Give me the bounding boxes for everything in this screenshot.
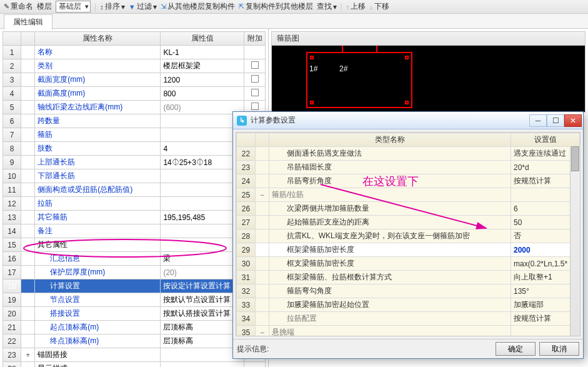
table-row[interactable]: 14备注 bbox=[3, 224, 266, 238]
param-value[interactable]: 2000 bbox=[511, 243, 580, 257]
table-row[interactable]: 21起点顶标高(m)层顶标高 bbox=[3, 321, 266, 334]
param-value[interactable]: 向上取整+1 bbox=[511, 271, 580, 284]
prop-value[interactable] bbox=[161, 224, 244, 238]
attach-checkbox[interactable] bbox=[244, 73, 266, 87]
prop-value[interactable]: (600) bbox=[161, 101, 244, 114]
table-row[interactable]: 32箍筋弯勾角度135° bbox=[237, 284, 580, 298]
attach-checkbox[interactable] bbox=[244, 59, 266, 73]
table-row[interactable]: 31框架梁箍筋、拉筋根数计算方式向上取整+1 bbox=[237, 271, 580, 284]
param-value[interactable]: 遇支座连续通过 bbox=[511, 147, 580, 161]
attach-checkbox[interactable] bbox=[244, 362, 266, 368]
table-row[interactable]: 2类别楼层框架梁 bbox=[3, 59, 266, 73]
param-value[interactable]: 20*d bbox=[511, 161, 580, 174]
floor-selector[interactable]: 基础层▾ bbox=[56, 1, 91, 13]
param-value[interactable] bbox=[511, 326, 580, 337]
prop-value[interactable]: 195,195,485 bbox=[161, 211, 244, 224]
prop-value[interactable]: 14⏀25+3⏀18 bbox=[161, 156, 244, 169]
table-row[interactable]: 18计算设置按设定计算设置计算 bbox=[3, 279, 266, 293]
table-row[interactable]: 30框支梁箍筋加密长度max(0.2*Ln,1.5* bbox=[237, 257, 580, 271]
prop-value[interactable] bbox=[161, 362, 244, 368]
ok-button[interactable]: 确定 bbox=[496, 342, 536, 356]
attach-checkbox[interactable] bbox=[244, 46, 266, 59]
prop-value[interactable]: 按默认搭接设置计算 bbox=[161, 307, 244, 321]
sort-button[interactable]: ↕排序 ▾ bbox=[100, 1, 125, 12]
table-row[interactable]: 19节点设置按默认节点设置计算 bbox=[3, 293, 266, 307]
tab-property-edit[interactable]: 属性编辑 bbox=[4, 14, 52, 30]
minimize-button[interactable]: ─ bbox=[529, 114, 547, 127]
table-row[interactable]: 17保护层厚度(mm)(20) bbox=[3, 266, 266, 279]
attach-checkbox[interactable] bbox=[244, 87, 266, 101]
prop-value[interactable] bbox=[161, 169, 244, 183]
prop-value[interactable]: 层顶标高 bbox=[161, 334, 244, 348]
prop-value[interactable] bbox=[161, 128, 244, 142]
table-row[interactable]: 29框架梁箍筋加密长度2000 bbox=[237, 243, 580, 257]
table-row[interactable]: 16汇总信息梁 bbox=[3, 252, 266, 266]
prop-value[interactable]: 梁 bbox=[161, 252, 244, 266]
table-row[interactable]: 38+显示样式 bbox=[3, 362, 266, 368]
maximize-button[interactable]: ☐ bbox=[547, 114, 564, 127]
prop-value[interactable] bbox=[161, 183, 244, 197]
table-row[interactable]: 35−悬挑端 bbox=[237, 326, 580, 337]
param-value[interactable]: 135° bbox=[511, 284, 580, 298]
table-row[interactable]: 13其它箍筋195,195,485 bbox=[3, 211, 266, 224]
copy-from-button[interactable]: ⇲从其他楼层复制构件 bbox=[161, 1, 235, 12]
table-row[interactable]: 22侧面通长筋遇支座做法遇支座连续通过 bbox=[237, 147, 580, 161]
table-row[interactable]: 7箍筋 bbox=[3, 128, 266, 142]
param-value[interactable]: 按规范计算 bbox=[511, 174, 580, 188]
table-row[interactable]: 23+锚固搭接 bbox=[3, 348, 266, 362]
table-row[interactable]: 11侧面构造或受扭筋(总配筋值) bbox=[3, 183, 266, 197]
vertical-scrollbar[interactable] bbox=[570, 146, 580, 336]
prop-value[interactable]: 层顶标高 bbox=[161, 321, 244, 334]
table-row[interactable]: 23吊筋锚固长度20*d bbox=[237, 161, 580, 174]
table-row[interactable]: 28抗震KL、WKL端支座为梁时，则在该支座一侧箍筋加密否 bbox=[237, 229, 580, 243]
table-row[interactable]: 24吊筋弯折角度按规范计算 bbox=[237, 174, 580, 188]
close-button[interactable]: ✕ bbox=[564, 114, 582, 127]
table-row[interactable]: 22终点顶标高(m)层顶标高 bbox=[3, 334, 266, 348]
prop-value[interactable] bbox=[161, 197, 244, 211]
table-row[interactable]: 6跨数量 bbox=[3, 114, 266, 128]
table-row[interactable]: 1名称KL-1 bbox=[3, 46, 266, 59]
table-row[interactable]: 10下部通长筋 bbox=[3, 169, 266, 183]
table-row[interactable]: 34拉筋配置按规范计算 bbox=[237, 312, 580, 326]
tree-toggle[interactable]: − bbox=[256, 326, 269, 337]
table-row[interactable]: 3截面宽度(mm)1200 bbox=[3, 73, 266, 87]
prop-value[interactable] bbox=[161, 348, 244, 362]
table-row[interactable]: 15−其它属性 bbox=[3, 238, 266, 252]
table-row[interactable]: 5轴线距梁左边线距离(mm)(600) bbox=[3, 101, 266, 114]
property-grid[interactable]: 属性名称 属性值 附加 1名称KL-12类别楼层框架梁3截面宽度(mm)1200… bbox=[2, 31, 266, 367]
tree-toggle[interactable]: − bbox=[256, 188, 269, 202]
cancel-button[interactable]: 取消 bbox=[539, 342, 579, 356]
table-row[interactable]: 4截面高度(mm)800 bbox=[3, 87, 266, 101]
tree-toggle[interactable]: + bbox=[21, 362, 35, 368]
param-value[interactable]: 50 bbox=[511, 216, 580, 229]
table-row[interactable]: 9上部通长筋14⏀25+3⏀18 bbox=[3, 156, 266, 169]
prop-value[interactable]: 800 bbox=[161, 87, 244, 101]
prop-value[interactable]: 按设定计算设置计算 bbox=[161, 279, 244, 293]
params-grid[interactable]: 类型名称 设置值 22侧面通长筋遇支座做法遇支座连续通过23吊筋锚固长度20*d… bbox=[236, 133, 580, 336]
param-value[interactable] bbox=[511, 188, 580, 202]
prop-value[interactable]: 楼层框架梁 bbox=[161, 59, 244, 73]
tree-toggle[interactable]: + bbox=[21, 348, 35, 362]
table-row[interactable]: 8肢数4 bbox=[3, 142, 266, 156]
copy-to-button[interactable]: ⇱复制构件到其他楼层 bbox=[239, 1, 313, 12]
prop-value[interactable]: 按默认节点设置计算 bbox=[161, 293, 244, 307]
dialog-titlebar[interactable]: ↳ 计算参数设置 ─ ☐ ✕ bbox=[233, 112, 583, 129]
table-row[interactable]: 12拉筋 bbox=[3, 197, 266, 211]
param-value[interactable]: 加腋端部 bbox=[511, 298, 580, 312]
table-row[interactable]: 25−箍筋/拉筋 bbox=[237, 188, 580, 202]
table-row[interactable]: 26次梁两侧共增加箍筋数量6 bbox=[237, 202, 580, 216]
tree-toggle[interactable]: − bbox=[21, 238, 35, 252]
prop-value[interactable] bbox=[161, 114, 244, 128]
find-button[interactable]: 查找 ▾ bbox=[317, 1, 337, 12]
move-up-button[interactable]: ↑上移 bbox=[346, 1, 366, 12]
table-row[interactable]: 33加腋梁箍筋加密起始位置加腋端部 bbox=[237, 298, 580, 312]
table-row[interactable]: 20搭接设置按默认搭接设置计算 bbox=[3, 307, 266, 321]
prop-value[interactable]: 1200 bbox=[161, 73, 244, 87]
param-value[interactable]: max(0.2*Ln,1.5* bbox=[511, 257, 580, 271]
param-value[interactable]: 6 bbox=[511, 202, 580, 216]
prop-value[interactable] bbox=[161, 238, 244, 252]
param-value[interactable]: 否 bbox=[511, 229, 580, 243]
prop-value[interactable]: (20) bbox=[161, 266, 244, 279]
filter-button[interactable]: ▼过滤 ▾ bbox=[129, 1, 157, 12]
table-row[interactable]: 27起始箍筋距支座边的距离50 bbox=[237, 216, 580, 229]
